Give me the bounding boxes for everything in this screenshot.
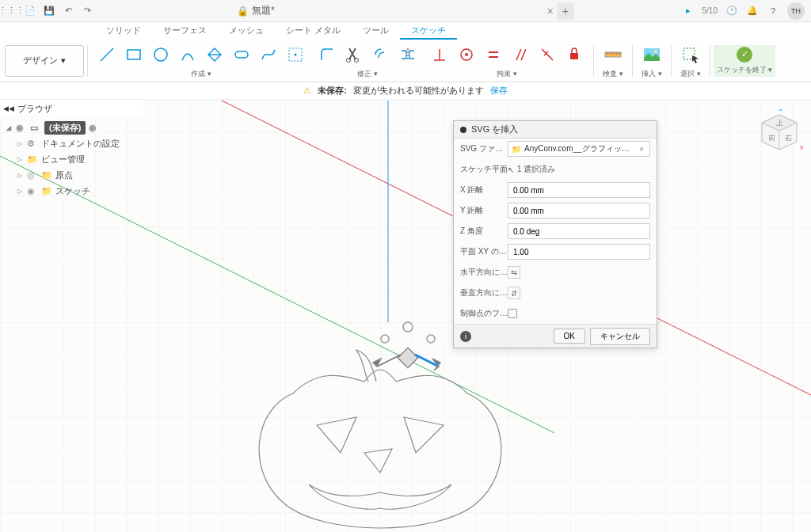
- folder-icon: 📁: [41, 170, 52, 180]
- tab-solid[interactable]: ソリッド: [95, 22, 152, 40]
- close-tab-icon[interactable]: ×: [547, 5, 554, 17]
- flip-vertical-button[interactable]: ⇵: [508, 287, 520, 299]
- ribbon-group-insert-label[interactable]: 挿入 ▾: [642, 69, 662, 79]
- slot-tool-icon[interactable]: [229, 42, 254, 67]
- collapse-icon[interactable]: ◀◀: [3, 104, 14, 112]
- coincident-constraint-icon[interactable]: [454, 42, 479, 67]
- ctrl-pts-checkbox[interactable]: [508, 309, 517, 318]
- fillet-tool-icon[interactable]: [314, 42, 340, 67]
- point-tool-icon[interactable]: [283, 42, 308, 67]
- tab-surface[interactable]: サーフェス: [152, 22, 218, 40]
- cancel-button[interactable]: キャンセル: [590, 328, 650, 345]
- save-icon[interactable]: 💾: [43, 5, 55, 17]
- svg-text:上: 上: [776, 119, 783, 127]
- offset-tool-icon[interactable]: [368, 42, 394, 67]
- undo-icon[interactable]: ↶: [62, 5, 74, 17]
- tree-root[interactable]: ◢ ◉ ▭ (未保存) ◉: [6, 120, 143, 135]
- perpendicular-constraint-icon[interactable]: [535, 42, 560, 67]
- ribbon-group-create-label[interactable]: 作成 ▾: [191, 69, 211, 79]
- tab-sketch[interactable]: スケッチ: [400, 22, 457, 40]
- polygon-tool-icon[interactable]: [202, 42, 227, 67]
- new-tab-button[interactable]: +: [557, 2, 574, 20]
- ribbon-group-select-label[interactable]: 選択 ▾: [680, 69, 701, 79]
- svg-rect-2: [235, 51, 248, 58]
- new-file-icon[interactable]: 📄: [24, 5, 36, 17]
- tab-sheetmetal[interactable]: シート メタル: [275, 22, 352, 40]
- redo-icon[interactable]: ↷: [81, 5, 93, 17]
- avatar[interactable]: TH: [787, 2, 805, 20]
- tree-view-mgmt[interactable]: ▷ 📁 ビュー管理: [6, 151, 143, 167]
- browser-title: ブラウザ: [17, 103, 52, 115]
- fix-constraint-icon[interactable]: [562, 42, 587, 67]
- visibility-icon[interactable]: ◉: [16, 123, 27, 133]
- measure-tool-icon[interactable]: [600, 42, 626, 67]
- rectangle-tool-icon[interactable]: [121, 42, 147, 67]
- unsaved-warning-bar: ⚠ 未保存: 変更が失われる可能性があります 保存: [0, 82, 811, 100]
- parallel-constraint-icon[interactable]: [508, 42, 533, 67]
- x-distance-input[interactable]: [508, 182, 650, 198]
- svg-point-8: [465, 53, 468, 56]
- visibility-icon[interactable]: ◎: [27, 170, 38, 180]
- extensions-icon[interactable]: ▸: [682, 5, 695, 17]
- equal-constraint-icon[interactable]: [481, 42, 506, 67]
- flip-h-label: 水平方向に反...: [460, 267, 508, 278]
- svg-rect-9: [570, 53, 578, 59]
- design-workspace-button[interactable]: デザイン ▾: [5, 45, 84, 77]
- warning-message: 変更が失われる可能性があります: [353, 85, 484, 97]
- save-link[interactable]: 保存: [490, 85, 508, 97]
- tree-origin[interactable]: ▷ ◎ 📁 原点: [6, 167, 143, 183]
- ribbon-group-select: 選択 ▾: [675, 42, 706, 79]
- notifications-icon[interactable]: 🔔: [746, 5, 759, 17]
- tab-tool[interactable]: ツール: [352, 22, 400, 40]
- horizontal-constraint-icon[interactable]: [427, 42, 452, 67]
- tree-doc-settings[interactable]: ▷ ⚙ ドキュメントの設定: [6, 135, 143, 151]
- expand-icon[interactable]: ▷: [17, 172, 24, 179]
- spline-tool-icon[interactable]: [256, 42, 281, 67]
- tree-sketches[interactable]: ▷ ◉ 📁 スケッチ: [6, 183, 143, 199]
- finish-sketch-button[interactable]: ✓ スケッチを終了 ▾: [714, 45, 775, 77]
- clock-icon[interactable]: 🕐: [725, 5, 738, 17]
- select-tool-icon[interactable]: [678, 42, 703, 67]
- folder-icon: 📁: [41, 186, 52, 196]
- gear-icon: ⚙: [27, 139, 38, 149]
- circle-tool-icon[interactable]: [148, 42, 173, 67]
- jobs-count[interactable]: 5/10: [702, 6, 718, 15]
- expand-icon[interactable]: ▷: [17, 140, 24, 147]
- ribbon-group-constrain: 拘束 ▾: [424, 42, 590, 79]
- pin-icon[interactable]: [460, 127, 466, 133]
- y-distance-input[interactable]: [508, 203, 650, 218]
- ok-button[interactable]: OK: [554, 329, 585, 344]
- inserted-svg-sketch[interactable]: [238, 338, 523, 532]
- activate-icon[interactable]: ◉: [89, 123, 100, 133]
- ribbon-group-modify-label[interactable]: 修正 ▾: [357, 69, 378, 79]
- sketch-plane-selector[interactable]: ↖ 1 選択済み: [508, 162, 650, 177]
- help-icon[interactable]: ?: [767, 5, 779, 17]
- z-angle-input[interactable]: [508, 223, 650, 239]
- scale-input[interactable]: [508, 244, 650, 260]
- ctrl-pts-label: 制御点のフレ...: [460, 308, 508, 319]
- mirror-tool-icon[interactable]: [395, 42, 421, 67]
- titlebar: ⋮⋮⋮ 📄 💾 ↶ ↷ 🔒 無題* × + ▸ 5/10 🕐 🔔 ? TH: [0, 0, 811, 22]
- dialog-titlebar[interactable]: SVG を挿入: [454, 121, 657, 139]
- ribbon-group-inspect-label[interactable]: 検査 ▾: [603, 69, 623, 79]
- svg-point-6: [355, 59, 359, 63]
- tab-mesh[interactable]: メッシュ: [218, 22, 275, 40]
- expand-icon[interactable]: ▷: [17, 156, 24, 163]
- line-tool-icon[interactable]: [94, 42, 120, 67]
- info-icon[interactable]: i: [460, 331, 471, 342]
- clear-file-icon[interactable]: ×: [637, 145, 646, 154]
- arc-tool-icon[interactable]: [175, 42, 200, 67]
- scale-label: 平面 XY の尺...: [460, 246, 508, 257]
- apps-icon[interactable]: ⋮⋮⋮: [5, 5, 17, 17]
- z-angle-label: Z 角度: [460, 226, 508, 237]
- svg-file-chip[interactable]: 📁 AnyConv.com__グラフィック... ×: [508, 141, 650, 157]
- expand-icon[interactable]: ◢: [6, 124, 13, 131]
- trim-tool-icon[interactable]: [341, 42, 367, 67]
- ribbon-group-constrain-label[interactable]: 拘束 ▾: [497, 69, 517, 79]
- svg-text:右: 右: [785, 134, 792, 142]
- visibility-icon[interactable]: ◉: [27, 186, 38, 196]
- insert-image-icon[interactable]: [639, 42, 664, 67]
- expand-icon[interactable]: ▷: [17, 188, 24, 195]
- viewcube[interactable]: 上 前 右 Z X: [756, 108, 803, 156]
- flip-horizontal-button[interactable]: ⇋: [508, 266, 520, 279]
